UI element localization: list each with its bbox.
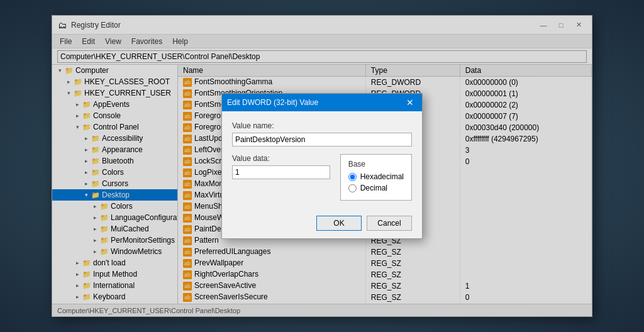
base-label: Base [348,160,404,169]
ok-button[interactable]: OK [316,216,362,231]
hexadecimal-option[interactable]: Hexadecimal [348,172,404,181]
decimal-radio[interactable] [348,184,357,192]
edit-dword-dialog: Edit DWORD (32-bit) Value ✕ Value name: … [221,93,423,239]
base-radio-group: Base Hexadecimal Decimal [340,154,412,201]
cancel-button[interactable]: Cancel [367,216,412,231]
modal-overlay: Edit DWORD (32-bit) Value ✕ Value name: … [52,16,592,316]
dialog-title-bar: Edit DWORD (32-bit) Value ✕ [222,94,422,111]
value-data-half: Value data: [232,154,330,179]
dialog-title: Edit DWORD (32-bit) Value [227,98,318,107]
value-data-row: Value data: Base Hexadecimal Decimal [232,154,412,201]
dialog-buttons: OK Cancel [222,211,422,238]
registry-editor-window: 🗂 Registry Editor — □ ✕ FileEditViewFavo… [52,15,592,317]
dialog-close-button[interactable]: ✕ [403,96,417,109]
hexadecimal-radio[interactable] [348,173,357,181]
value-name-input[interactable] [232,133,412,147]
hexadecimal-label: Hexadecimal [360,172,404,181]
value-data-label: Value data: [232,154,330,163]
decimal-option[interactable]: Decimal [348,184,404,192]
dialog-body: Value name: Value data: Base Hexadecimal [222,111,422,211]
value-data-input[interactable] [232,165,330,179]
decimal-label: Decimal [360,184,387,192]
value-name-label: Value name: [232,121,412,130]
